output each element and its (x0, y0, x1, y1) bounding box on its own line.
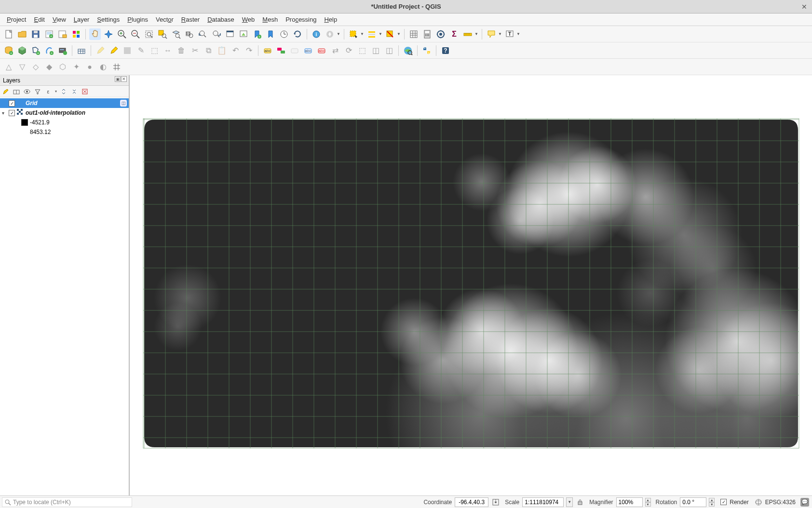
coordinate-input[interactable] (455, 497, 488, 507)
statistics-icon[interactable]: Σ (448, 28, 460, 40)
menu-raster[interactable]: Raster (177, 14, 203, 25)
new-shapefile-icon[interactable]: + (30, 45, 41, 56)
select-value-dropdown[interactable]: ▼ (379, 32, 382, 36)
open-project-icon[interactable] (16, 28, 28, 40)
scale-dropdown[interactable]: ▼ (566, 497, 573, 507)
magnifier-input[interactable] (616, 497, 643, 507)
show-bookmarks-icon[interactable] (265, 28, 276, 40)
filter-legend-icon[interactable] (34, 88, 41, 95)
zoom-full-icon[interactable] (143, 28, 155, 40)
zoom-last-icon[interactable] (197, 28, 209, 40)
panel-close-icon[interactable]: ✕ (121, 76, 127, 82)
help-icon[interactable]: ? (440, 45, 451, 56)
messages-icon[interactable]: 💬 (800, 498, 809, 507)
lock-scale-icon[interactable] (576, 498, 584, 507)
rotation-up[interactable]: ▲ (709, 498, 715, 502)
crs-text[interactable]: EPSG:4326 (765, 499, 796, 506)
menu-plugins[interactable]: Plugins (123, 14, 152, 25)
select-by-value-icon[interactable] (366, 28, 378, 40)
pan-icon[interactable] (89, 28, 101, 40)
measure-dropdown[interactable]: ▼ (474, 32, 478, 36)
layer-interp-checkbox[interactable]: ✓ (9, 110, 15, 116)
action-dropdown[interactable]: ▼ (337, 32, 340, 36)
identify-icon[interactable]: i (311, 28, 322, 40)
menu-layer[interactable]: Layer (70, 14, 94, 25)
snapping-icon[interactable] (111, 61, 122, 73)
select-dropdown[interactable]: ▼ (360, 32, 364, 36)
label-showhide-icon[interactable]: abc (316, 45, 327, 56)
layers-panel-header[interactable]: Layers ▣✕ (0, 75, 129, 86)
maptips-dropdown[interactable]: ▼ (498, 32, 502, 36)
menu-web[interactable]: Web (238, 14, 259, 25)
zoom-out-icon[interactable] (130, 28, 141, 40)
menu-vector[interactable]: Vector (152, 14, 177, 25)
layer-expander[interactable]: ▾ (2, 110, 7, 116)
data-source-manager-icon[interactable]: + (3, 45, 14, 56)
field-calc-icon[interactable] (421, 28, 433, 40)
label-pin-icon[interactable]: abc (302, 45, 314, 56)
temporal-controller-icon[interactable] (278, 28, 290, 40)
crs-icon[interactable] (755, 498, 762, 506)
filter-expression-icon[interactable]: ε (44, 88, 52, 95)
new-3d-view-icon[interactable] (238, 28, 249, 40)
text-annotation-icon[interactable]: T (504, 28, 515, 40)
manage-visibility-icon[interactable] (23, 88, 31, 95)
menu-help[interactable]: Help (320, 14, 341, 25)
menu-project[interactable]: Project (3, 14, 30, 25)
layer-grid[interactable]: ✓ Grid ◫ (0, 98, 129, 108)
annotation-dropdown[interactable]: ▼ (516, 32, 520, 36)
layer-styling-icon[interactable] (2, 88, 10, 95)
pan-to-selection-icon[interactable] (103, 28, 114, 40)
locator-input[interactable]: Type to locate (Ctrl+K) (2, 497, 132, 507)
render-checkbox[interactable]: ✓ (720, 499, 727, 505)
python-console-icon[interactable] (421, 45, 433, 56)
metasearch-icon[interactable] (402, 45, 414, 56)
label-rule-icon[interactable] (275, 45, 287, 56)
measure-icon[interactable] (462, 28, 474, 40)
toggle-extents-icon[interactable] (491, 498, 500, 507)
save-project-icon[interactable] (30, 28, 41, 40)
style-manager-icon[interactable] (70, 28, 82, 40)
processing-toolbox-icon[interactable] (435, 28, 447, 40)
menu-settings[interactable]: Settings (93, 14, 123, 25)
open-attribute-table-icon[interactable] (408, 28, 420, 40)
menu-processing[interactable]: Processing (282, 14, 320, 25)
refresh-icon[interactable] (292, 28, 303, 40)
rotation-down[interactable]: ▼ (709, 502, 715, 507)
rotation-input[interactable] (680, 497, 706, 507)
new-virtual-layer-icon[interactable] (57, 45, 68, 56)
expand-all-icon[interactable] (60, 88, 68, 95)
new-mesh-layer-icon[interactable] (76, 45, 87, 56)
new-spatialite-icon[interactable]: + (43, 45, 55, 56)
new-project-icon[interactable] (3, 28, 14, 40)
zoom-to-layer-icon[interactable] (170, 28, 182, 40)
magnifier-down[interactable]: ▼ (645, 502, 651, 507)
zoom-native-icon[interactable]: 1:1 (184, 28, 195, 40)
deselect-all-icon[interactable] (384, 28, 396, 40)
add-group-icon[interactable] (13, 88, 20, 95)
close-icon[interactable]: ✕ (801, 3, 807, 11)
remove-layer-icon[interactable] (81, 88, 89, 95)
new-geopackage-icon[interactable] (16, 45, 28, 56)
scale-input[interactable] (522, 497, 564, 507)
menu-database[interactable]: Database (203, 14, 238, 25)
map-canvas[interactable] (129, 75, 812, 495)
menu-edit[interactable]: Edit (30, 14, 48, 25)
zoom-in-icon[interactable] (116, 28, 128, 40)
menu-mesh[interactable]: Mesh (258, 14, 282, 25)
zoom-next-icon[interactable] (211, 28, 222, 40)
zoom-to-selection-icon[interactable] (157, 28, 168, 40)
layer-grid-checkbox[interactable]: ✓ (9, 100, 15, 107)
action-icon[interactable] (324, 28, 336, 40)
layer-interpolation[interactable]: ▾ ✓ out1-old-interpolation (0, 108, 129, 118)
deselect-dropdown[interactable]: ▼ (397, 32, 401, 36)
magnifier-up[interactable]: ▲ (645, 498, 651, 502)
feature-count-icon[interactable]: ◫ (120, 100, 127, 107)
new-bookmark-icon[interactable]: + (251, 28, 263, 40)
panel-undock-icon[interactable]: ▣ (115, 76, 121, 82)
new-print-layout-icon[interactable]: + (43, 28, 55, 40)
menu-view[interactable]: View (49, 14, 70, 25)
select-features-icon[interactable] (348, 28, 359, 40)
collapse-all-icon[interactable] (70, 88, 78, 95)
toggle-editing-icon[interactable] (108, 45, 120, 56)
